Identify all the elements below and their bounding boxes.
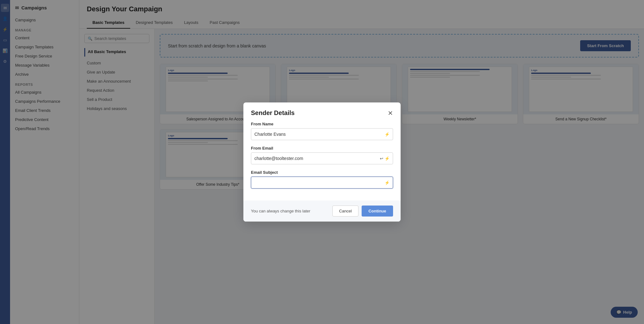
modal-title: Sender Details: [251, 109, 295, 117]
sender-details-modal: Sender Details ✕ From Name ⚡ From Email …: [243, 102, 401, 222]
cancel-button[interactable]: Cancel: [332, 206, 358, 217]
footer-hint: You can always change this later: [251, 209, 310, 213]
from-name-icon[interactable]: ⚡: [385, 132, 390, 137]
modal-body: From Name ⚡ From Email ↩ ⚡ Email Subject: [243, 122, 401, 200]
email-subject-input-wrap: ⚡: [251, 177, 393, 189]
from-email-label: From Email: [251, 146, 393, 151]
modal-footer: You can always change this later Cancel …: [243, 200, 401, 222]
email-subject-input[interactable]: [254, 177, 385, 188]
from-email-icons[interactable]: ↩ ⚡: [380, 156, 390, 161]
from-email-input-wrap: ↩ ⚡: [251, 152, 393, 164]
from-email-group: From Email ↩ ⚡: [251, 146, 393, 164]
from-name-input[interactable]: [254, 129, 385, 140]
modal-close-button[interactable]: ✕: [388, 110, 393, 116]
email-subject-icon[interactable]: ⚡: [385, 180, 390, 185]
from-name-group: From Name ⚡: [251, 122, 393, 140]
from-name-input-wrap: ⚡: [251, 128, 393, 140]
continue-button[interactable]: Continue: [362, 206, 393, 217]
from-email-input[interactable]: [254, 153, 380, 164]
modal-header: Sender Details ✕: [243, 102, 401, 122]
modal-overlay: Sender Details ✕ From Name ⚡ From Email …: [0, 0, 644, 324]
email-subject-label: Email Subject: [251, 170, 393, 175]
email-subject-group: Email Subject ⚡: [251, 170, 393, 189]
footer-actions: Cancel Continue: [332, 206, 393, 217]
from-name-label: From Name: [251, 122, 393, 126]
